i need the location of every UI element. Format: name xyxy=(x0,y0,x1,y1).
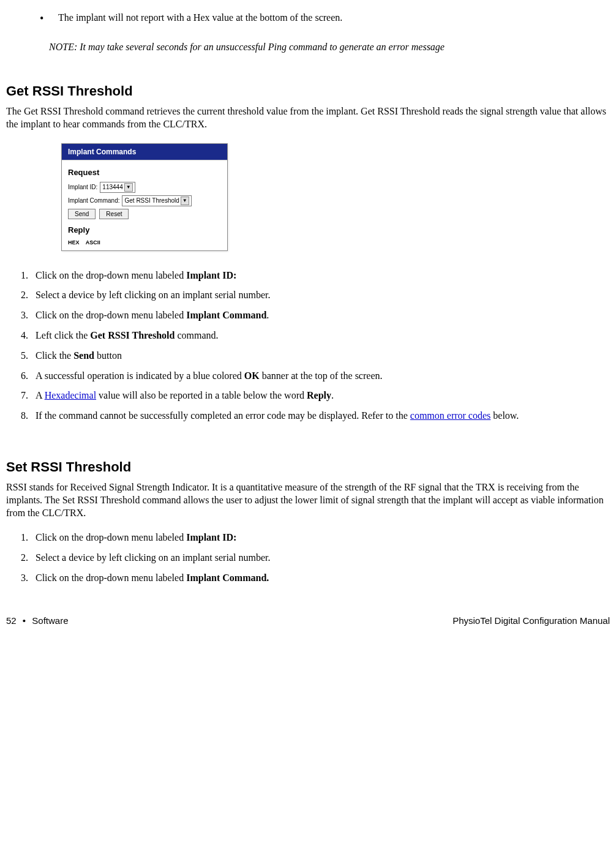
step-item: Click on the drop-down menu labeled Impl… xyxy=(31,572,610,585)
heading-get-rssi: Get RSSI Threshold xyxy=(6,83,610,99)
chevron-down-icon[interactable]: ▼ xyxy=(124,183,133,192)
footer-bullet: • xyxy=(23,615,26,626)
reply-columns: HEX ASCII xyxy=(68,239,221,246)
step-item: Left click the Get RSSI Threshold comman… xyxy=(31,329,610,342)
panel-title: Implant Commands xyxy=(62,144,227,160)
chevron-down-icon[interactable]: ▼ xyxy=(181,197,189,205)
implant-command-value: Get RSSI Threshold xyxy=(124,197,179,204)
request-label: Request xyxy=(68,168,221,177)
step-item: Click on the drop-down menu labeled Impl… xyxy=(31,269,610,282)
bullet-list: The implant will not report with a Hex v… xyxy=(40,12,610,23)
step-item: Click the Send button xyxy=(31,350,610,362)
page-footer: 52 • Software PhysioTel Digital Configur… xyxy=(6,615,610,626)
implant-id-dropdown[interactable]: 113444 ▼ xyxy=(100,182,135,193)
step-item: Select a device by left clicking on an i… xyxy=(31,289,610,302)
reply-label: Reply xyxy=(68,225,221,235)
implant-commands-panel: Implant Commands Request Implant ID: 113… xyxy=(61,143,228,251)
step-item: A Hexadecimal value will also be reporte… xyxy=(31,389,610,402)
step-item: Click on the drop-down menu labeled Impl… xyxy=(31,531,610,544)
steps-list-1: Click on the drop-down menu labeled Impl… xyxy=(31,269,610,422)
page-number: 52 xyxy=(6,615,17,626)
error-codes-link[interactable]: common error codes xyxy=(410,410,491,421)
section1-paragraph: The Get RSSI Threshold command retrieves… xyxy=(6,105,610,131)
implant-command-dropdown[interactable]: Get RSSI Threshold ▼ xyxy=(122,195,191,206)
note-text: NOTE: It may take several seconds for an… xyxy=(49,42,610,53)
footer-section: Software xyxy=(32,615,68,626)
implant-id-value: 113444 xyxy=(102,184,122,190)
implant-command-label: Implant Command: xyxy=(68,197,119,204)
ascii-column: ASCII xyxy=(86,239,100,246)
step-item: Click on the drop-down menu labeled Impl… xyxy=(31,309,610,322)
manual-title: PhysioTel Digital Configuration Manual xyxy=(453,615,610,626)
hex-column: HEX xyxy=(68,239,80,246)
reset-button[interactable]: Reset xyxy=(99,209,129,219)
step-item: If the command cannot be successfully co… xyxy=(31,410,610,422)
hexadecimal-link[interactable]: Hexadecimal xyxy=(45,390,96,400)
implant-id-label: Implant ID: xyxy=(68,184,97,190)
section2-paragraph: RSSI stands for Received Signal Strength… xyxy=(6,481,610,519)
steps-list-2: Click on the drop-down menu labeled Impl… xyxy=(31,531,610,584)
heading-set-rssi: Set RSSI Threshold xyxy=(6,459,610,475)
step-item: Select a device by left clicking on an i… xyxy=(31,552,610,565)
bullet-item: The implant will not report with a Hex v… xyxy=(40,12,610,23)
send-button[interactable]: Send xyxy=(68,209,96,219)
step-item: A successful operation is indicated by a… xyxy=(31,370,610,383)
